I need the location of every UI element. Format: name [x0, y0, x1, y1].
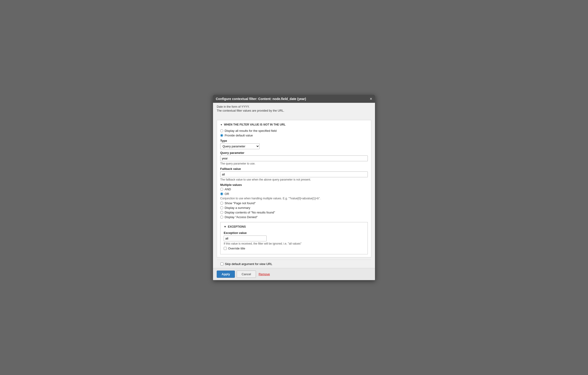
radio-page-not-found[interactable] — [220, 202, 223, 205]
radio-and-row: AND — [220, 188, 368, 191]
fallback-desc: The fallback value to use when the above… — [220, 178, 368, 181]
top-description: Date in the form of YYYY. The contextual… — [213, 103, 375, 115]
when-not-in-url-section: ▼ WHEN THE FILTER VALUE IS NOT IN THE UR… — [217, 120, 371, 257]
multiple-desc: Conjunction to use when handling multipl… — [220, 197, 368, 200]
query-param-label: Query parameter — [220, 151, 368, 155]
fallback-label: Fallback value — [220, 167, 368, 171]
type-select[interactable]: Query parameter Fixed value PHP Code — [220, 143, 260, 149]
radio-provide-default[interactable] — [220, 134, 223, 137]
dialog-header: Configure contextual filter: Content: no… — [213, 95, 375, 103]
skip-default-row: Skip default argument for view URL — [217, 260, 371, 268]
close-button[interactable]: × — [370, 97, 372, 101]
description-line2: The contextual filter values are provide… — [217, 109, 371, 112]
query-param-desc: The query parameter to use. — [220, 162, 368, 165]
section-title-text: WHEN THE FILTER VALUE IS NOT IN THE URL — [224, 123, 286, 126]
exceptions-title-text: EXCEPTIONS — [228, 225, 246, 228]
type-label: Type — [220, 139, 368, 143]
radio-display-all-row: Display all results for the specified fi… — [220, 129, 368, 133]
radio-and-label: AND — [225, 188, 231, 191]
query-param-input[interactable] — [220, 156, 368, 161]
override-title-checkbox[interactable] — [224, 247, 227, 250]
multiple-values-label: Multiple values — [220, 183, 368, 187]
configure-contextual-filter-dialog: Configure contextual filter: Content: no… — [213, 95, 375, 280]
radio-and[interactable] — [220, 188, 223, 191]
override-title-label: Override title — [228, 247, 245, 250]
radio-access-denied[interactable] — [220, 216, 223, 219]
radio-or-label: OR — [225, 192, 229, 196]
radio-no-results[interactable] — [220, 211, 223, 214]
override-title-row: Override title — [224, 247, 364, 250]
dialog-title: Configure contextual filter: Content: no… — [216, 97, 306, 101]
radio-access-denied-label: Display "Access Denied" — [225, 215, 258, 219]
exception-desc: If this value is received, the filter wi… — [224, 242, 364, 245]
radio-access-denied-row: Display "Access Denied" — [220, 215, 368, 219]
radio-display-summary-label: Display a summary — [225, 206, 250, 209]
exception-value-input[interactable] — [224, 236, 267, 241]
radio-provide-default-label: Provide default value — [225, 134, 253, 137]
dialog-footer: Apply Cancel Remove — [213, 268, 375, 280]
radio-or[interactable] — [220, 192, 223, 195]
dialog-body: ▼ WHEN THE FILTER VALUE IS NOT IN THE UR… — [213, 115, 375, 268]
remove-button[interactable]: Remove — [258, 271, 271, 278]
radio-no-results-row: Display contents of "No results found" — [220, 211, 368, 214]
exceptions-arrow-icon: ▼ — [224, 225, 226, 228]
section-arrow-icon: ▼ — [220, 124, 222, 126]
radio-display-summary[interactable] — [220, 206, 223, 209]
section-when-not-title: ▼ WHEN THE FILTER VALUE IS NOT IN THE UR… — [220, 123, 368, 126]
radio-or-row: OR — [220, 192, 368, 196]
fallback-input[interactable] — [220, 171, 368, 177]
exception-value-label: Exception value — [224, 231, 364, 235]
exceptions-title: ▼ EXCEPTIONS — [224, 225, 364, 228]
apply-button[interactable]: Apply — [217, 271, 235, 278]
radio-page-not-found-row: Show "Page not found" — [220, 201, 368, 205]
description-line1: Date in the form of YYYY. — [217, 105, 371, 108]
skip-default-label: Skip default argument for view URL — [225, 262, 272, 266]
radio-page-not-found-label: Show "Page not found" — [225, 201, 256, 205]
cancel-button[interactable]: Cancel — [237, 271, 256, 278]
skip-default-checkbox[interactable] — [220, 262, 223, 265]
radio-display-all[interactable] — [220, 129, 223, 132]
exceptions-section: ▼ EXCEPTIONS Exception value If this val… — [220, 222, 368, 254]
radio-display-summary-row: Display a summary — [220, 206, 368, 209]
radio-provide-default-row: Provide default value — [220, 134, 368, 137]
radio-no-results-label: Display contents of "No results found" — [225, 211, 275, 214]
radio-display-all-label: Display all results for the specified fi… — [225, 129, 277, 133]
